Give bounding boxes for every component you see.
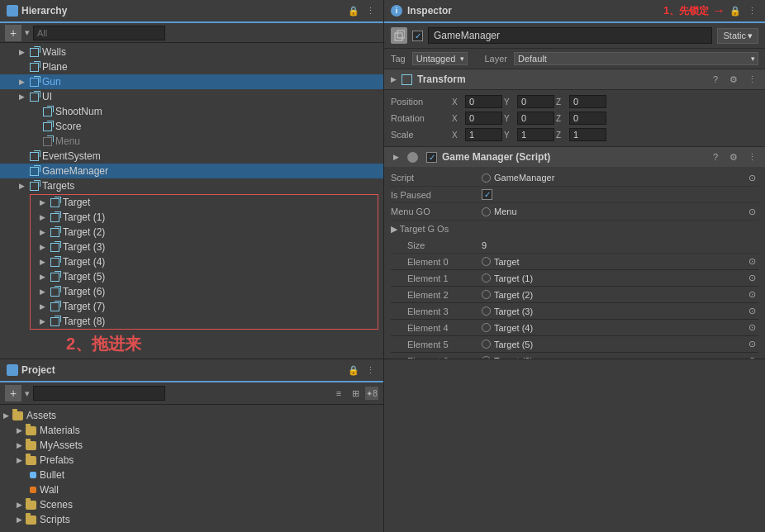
hierarchy-item-target1[interactable]: ▶ Target (1)	[31, 210, 378, 225]
transform-content: Position X Y Z Rotation	[384, 90, 765, 147]
project-item-materials[interactable]: ▶ Materials	[0, 423, 383, 438]
hierarchy-item-targets[interactable]: ▶ Targets	[0, 178, 383, 193]
hierarchy-search-input[interactable]	[33, 26, 165, 40]
position-row: Position X Y Z	[391, 93, 758, 110]
elem-label-6: Element 6	[407, 356, 482, 359]
hierarchy-item-target2[interactable]: ▶ Target (2)	[31, 225, 378, 240]
elem-select-btn-6[interactable]: ⊙	[745, 354, 758, 359]
elem-select-btn-5[interactable]: ⊙	[745, 338, 758, 351]
transform-settings-btn[interactable]: ⚙	[727, 73, 740, 86]
script-menu-btn[interactable]: ⋮	[745, 150, 758, 164]
script-select-btn[interactable]: ⊙	[745, 171, 758, 184]
size-label: Size	[407, 240, 482, 250]
project-add-arrow: ▾	[25, 388, 30, 399]
script-active-checkbox[interactable]	[426, 152, 437, 163]
menogo-value: Menu	[494, 207, 517, 216]
hierarchy-lock-btn[interactable]: 🔒	[347, 4, 360, 17]
ispaused-row: Is Paused	[391, 187, 758, 203]
script-help-btn[interactable]: ?	[709, 150, 722, 164]
scale-z-input[interactable]	[569, 128, 606, 141]
scale-y-input[interactable]	[517, 128, 554, 141]
pos-y-label: Y	[504, 97, 516, 107]
hierarchy-item-target8[interactable]: ▶ Target (8)	[31, 314, 378, 329]
elem-select-btn-2[interactable]: ⊙	[745, 288, 758, 302]
hierarchy-item-shootnum[interactable]: ▶ ShootNum	[0, 104, 383, 119]
elem-icon-3	[482, 306, 491, 316]
project-icon-btn2[interactable]: ⊞	[349, 387, 362, 400]
project-menu-btn[interactable]: ⋮	[363, 363, 377, 377]
hierarchy-item-target[interactable]: ▶ Target	[31, 195, 378, 210]
project-item-bullet[interactable]: Bullet	[0, 468, 383, 482]
arrow-icon: ▶	[37, 212, 47, 222]
layer-value: Default	[518, 54, 547, 64]
project-lock-btn[interactable]: 🔒	[347, 363, 360, 377]
script-settings-btn[interactable]: ⚙	[727, 150, 740, 164]
hierarchy-item-gamemanager[interactable]: ▶ GameManager	[0, 164, 383, 178]
rot-y-input[interactable]	[517, 112, 554, 125]
inspector-lock-btn[interactable]: 🔒	[729, 4, 742, 17]
ispaused-checkbox[interactable]	[482, 189, 492, 200]
project-tab-title: Project	[21, 364, 55, 376]
go-name-input[interactable]	[428, 27, 712, 44]
hierarchy-item-eventsystem[interactable]: ▶ EventSystem	[0, 149, 383, 164]
project-tab[interactable]: Project 🔒 ⋮	[0, 359, 383, 382]
hierarchy-item-target4[interactable]: ▶ Target (4)	[31, 254, 378, 269]
arrow-icon: ▶	[17, 92, 26, 102]
hierarchy-item-target6[interactable]: ▶ Target (6)	[31, 284, 378, 299]
project-item-assets[interactable]: ▶ Assets	[0, 408, 383, 423]
project-label-bullet: Bullet	[40, 469, 64, 481]
elem-label-3: Element 3	[407, 306, 482, 316]
menogo-select-btn[interactable]: ⊙	[745, 205, 758, 218]
project-item-scenes[interactable]: ▶ Scenes	[0, 497, 383, 512]
tag-dropdown[interactable]: Untagged	[412, 52, 468, 65]
hierarchy-item-menu[interactable]: ▶ Menu	[0, 134, 383, 149]
hierarchy-item-ui[interactable]: ▶ UI	[0, 89, 383, 104]
rot-z-input[interactable]	[569, 112, 606, 125]
transform-menu-btn[interactable]: ⋮	[745, 73, 758, 86]
pos-y-input[interactable]	[517, 95, 554, 108]
elem-select-btn-0[interactable]: ⊙	[745, 255, 758, 268]
elem-select-btn-4[interactable]: ⊙	[745, 321, 758, 335]
project-add-btn[interactable]: +	[5, 385, 21, 401]
element-row-6: Element 6 Target (6) ⊙	[391, 353, 758, 359]
script-component-header[interactable]: ▶ Game Manager (Script) ? ⚙ ⋮	[384, 147, 765, 167]
elem-select-btn-3[interactable]: ⊙	[745, 305, 758, 318]
static-button[interactable]: Static ▾	[717, 28, 758, 44]
project-search-input[interactable]	[33, 386, 165, 401]
go-active-checkbox[interactable]	[412, 31, 423, 41]
hierarchy-label-target5: Target (5)	[63, 271, 105, 283]
elem-value-4: Target (4)	[494, 323, 533, 333]
hierarchy-item-target5[interactable]: ▶ Target (5)	[31, 269, 378, 284]
hierarchy-item-gun[interactable]: ▶ Gun	[0, 74, 383, 89]
hierarchy-add-btn[interactable]: +	[5, 25, 21, 41]
hierarchy-item-plane[interactable]: ▶ Plane	[0, 59, 383, 74]
inspector-menu-btn[interactable]: ⋮	[745, 4, 758, 17]
hierarchy-label-target0: Target	[63, 197, 90, 208]
hierarchy-item-score[interactable]: ▶ Score	[0, 119, 383, 134]
cube-icon	[49, 271, 60, 283]
project-item-scripts[interactable]: ▶ Scripts	[0, 512, 383, 527]
elem-select-btn-1[interactable]: ⊙	[745, 272, 758, 285]
hierarchy-item-target3[interactable]: ▶ Target (3)	[31, 240, 378, 254]
inspector-tab-title: Inspector	[407, 5, 452, 17]
project-icon-btn1[interactable]: ≡	[332, 387, 345, 400]
arrow-icon: ▶	[37, 287, 47, 297]
hierarchy-menu-btn[interactable]: ⋮	[363, 4, 377, 17]
transform-help-btn[interactable]: ?	[709, 73, 722, 86]
layer-dropdown[interactable]: Default	[514, 52, 758, 65]
pos-x-input[interactable]	[465, 95, 502, 108]
project-item-myassets[interactable]: ▶ MyAssets	[0, 438, 383, 453]
elem-icon-5	[482, 340, 491, 349]
hierarchy-tab[interactable]: Hierarchy 🔒 ⋮	[0, 0, 383, 23]
hierarchy-item-walls[interactable]: ▶ Walls	[0, 45, 383, 59]
pos-z-input[interactable]	[569, 95, 606, 108]
transform-header[interactable]: ▶ Transform ? ⚙ ⋮	[384, 69, 765, 90]
rot-x-input[interactable]	[465, 112, 502, 125]
inspector-tab[interactable]: i Inspector 1、先锁定 → 🔒 ⋮	[384, 0, 765, 23]
project-item-wall[interactable]: Wall	[0, 482, 383, 497]
scale-x-input[interactable]	[465, 128, 502, 141]
project-item-prefabs[interactable]: ▶ Prefabs	[0, 453, 383, 468]
hierarchy-item-target7[interactable]: ▶ Target (7)	[31, 299, 378, 314]
hierarchy-label-target7: Target (7)	[63, 301, 105, 312]
project-icon-btn3[interactable]: ✦8	[365, 387, 378, 400]
